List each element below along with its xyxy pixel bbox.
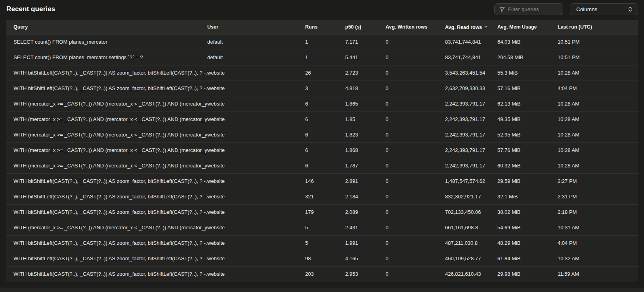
- cell-user: website: [207, 251, 305, 266]
- cell-user: website: [207, 173, 305, 189]
- column-header-p50[interactable]: p50 (s): [345, 20, 386, 34]
- column-header-label: Runs: [305, 24, 317, 30]
- column-header-runs[interactable]: Runs: [305, 20, 345, 34]
- cell-avg-mem-usage: 204.58 MiB: [497, 50, 558, 65]
- cell-query: WITH bitShiftLeft(CAST(?..), _CAST(?..))…: [6, 235, 207, 251]
- cell-avg-read-rows: 1,487,547,574.62: [445, 173, 497, 189]
- table-row[interactable]: WITH (mercator_x >= _CAST(?..)) AND (mer…: [6, 142, 638, 158]
- cell-runs: 6: [305, 127, 345, 142]
- recent-queries-table: QueryUserRunsp50 (s)Avg. Written rowsAvg…: [6, 20, 638, 282]
- cell-user: default: [207, 34, 305, 50]
- cell-avg-read-rows: 487,211,030.8: [445, 235, 497, 251]
- cell-avg-written-rows: 0: [386, 34, 445, 50]
- cell-avg-written-rows: 0: [386, 189, 445, 204]
- cell-avg-read-rows: 3,543,263,451.54: [445, 65, 497, 81]
- cell-runs: 6: [305, 142, 345, 158]
- cell-last-run-utc: 10:32 AM: [558, 251, 638, 266]
- cell-p50: 2.431: [345, 220, 386, 235]
- cell-query: WITH (mercator_x >= _CAST(?..)) AND (mer…: [6, 158, 207, 173]
- cell-query: SELECT count() FROM planes_mercator: [6, 34, 207, 50]
- cell-last-run-utc: 10:28 AM: [558, 96, 638, 111]
- cell-avg-read-rows: 2,242,393,791.17: [445, 96, 497, 111]
- filter-queries-input[interactable]: [508, 6, 558, 12]
- table-body: SELECT count() FROM planes_mercatordefau…: [6, 34, 638, 282]
- table-row[interactable]: WITH bitShiftLeft(CAST(?..), _CAST(?..))…: [6, 235, 638, 251]
- cell-avg-read-rows: 2,632,709,330.33: [445, 81, 497, 96]
- cell-p50: 2.089: [345, 204, 386, 220]
- column-header-avg-read-rows[interactable]: Avg. Read rows: [445, 20, 497, 34]
- column-header-label: User: [207, 24, 218, 30]
- cell-user: website: [207, 189, 305, 204]
- cell-query: WITH (mercator_x >= _CAST(?..)) AND (mer…: [6, 142, 207, 158]
- cell-avg-mem-usage: 62.13 MiB: [497, 96, 558, 111]
- page-title: Recent queries: [6, 5, 55, 13]
- table-row[interactable]: WITH bitShiftLeft(CAST(?..), _CAST(?..))…: [6, 173, 638, 189]
- cell-user: website: [207, 220, 305, 235]
- table-row[interactable]: SELECT count() FROM planes_mercatordefau…: [6, 34, 638, 50]
- cell-avg-written-rows: 0: [386, 142, 445, 158]
- cell-p50: 4.165: [345, 251, 386, 266]
- cell-avg-mem-usage: 60.32 MiB: [497, 158, 558, 173]
- cell-last-run-utc: 10:51 PM: [558, 50, 638, 65]
- cell-p50: 1.787: [345, 158, 386, 173]
- cell-avg-read-rows: 460,109,528.77: [445, 251, 497, 266]
- table-row[interactable]: WITH bitShiftLeft(CAST(?..), _CAST(?..))…: [6, 251, 638, 266]
- cell-query: WITH (mercator_x >= _CAST(?..)) AND (mer…: [6, 127, 207, 142]
- cell-avg-read-rows: 832,302,921.17: [445, 189, 497, 204]
- cell-p50: 1.85: [345, 111, 386, 127]
- cell-avg-written-rows: 0: [386, 111, 445, 127]
- column-header-query[interactable]: Query: [6, 20, 207, 34]
- cell-avg-written-rows: 0: [386, 158, 445, 173]
- table-row[interactable]: WITH (mercator_x >= _CAST(?..)) AND (mer…: [6, 127, 638, 142]
- cell-last-run-utc: 2:18 PM: [558, 204, 638, 220]
- cell-user: website: [207, 266, 305, 282]
- table-row[interactable]: WITH bitShiftLeft(CAST(?..), _CAST(?..))…: [6, 189, 638, 204]
- cell-avg-mem-usage: 57.76 MiB: [497, 142, 558, 158]
- cell-p50: 2.184: [345, 189, 386, 204]
- cell-runs: 3: [305, 81, 345, 96]
- column-header-avg-mem-usage[interactable]: Avg. Mem Usage: [497, 20, 558, 34]
- cell-avg-mem-usage: 52.95 MiB: [497, 127, 558, 142]
- cell-avg-written-rows: 0: [386, 50, 445, 65]
- cell-avg-read-rows: 426,821,610.43: [445, 266, 497, 282]
- table-row[interactable]: WITH bitShiftLeft(CAST(?..), _CAST(?..))…: [6, 204, 638, 220]
- table-row[interactable]: WITH bitShiftLeft(CAST(?..), _CAST(?..))…: [6, 81, 638, 96]
- cell-runs: 1: [305, 34, 345, 50]
- cell-avg-written-rows: 0: [386, 127, 445, 142]
- table-row[interactable]: WITH (mercator_x >= _CAST(?..)) AND (mer…: [6, 220, 638, 235]
- filter-queries-input-container[interactable]: [494, 3, 563, 15]
- cell-avg-read-rows: 83,741,744,841: [445, 50, 497, 65]
- table-row[interactable]: WITH (mercator_x >= _CAST(?..)) AND (mer…: [6, 111, 638, 127]
- cell-last-run-utc: 4:04 PM: [558, 235, 638, 251]
- cell-avg-mem-usage: 57.16 MiB: [497, 81, 558, 96]
- cell-avg-read-rows: 2,242,393,791.17: [445, 111, 497, 127]
- column-header-label: Avg. Mem Usage: [497, 24, 537, 30]
- table-row[interactable]: WITH (mercator_x >= _CAST(?..)) AND (mer…: [6, 96, 638, 111]
- column-header-avg-written-rows[interactable]: Avg. Written rows: [386, 20, 445, 34]
- table-row[interactable]: WITH bitShiftLeft(CAST(?..), _CAST(?..))…: [6, 266, 638, 282]
- cell-avg-mem-usage: 32.1 MiB: [497, 189, 558, 204]
- funnel-icon: [499, 6, 505, 12]
- cell-query: WITH bitShiftLeft(CAST(?..), _CAST(?..))…: [6, 189, 207, 204]
- cell-user: website: [207, 96, 305, 111]
- table-row[interactable]: SELECT count() FROM planes_mercator sett…: [6, 50, 638, 65]
- column-header-user[interactable]: User: [207, 20, 305, 34]
- cell-query: WITH bitShiftLeft(CAST(?..), _CAST(?..))…: [6, 65, 207, 81]
- cell-last-run-utc: 4:04 PM: [558, 81, 638, 96]
- table-row[interactable]: WITH (mercator_x >= _CAST(?..)) AND (mer…: [6, 158, 638, 173]
- cell-last-run-utc: 2:31 PM: [558, 189, 638, 204]
- cell-runs: 6: [305, 96, 345, 111]
- table-row[interactable]: WITH bitShiftLeft(CAST(?..), _CAST(?..))…: [6, 65, 638, 81]
- columns-dropdown[interactable]: Columns: [570, 3, 638, 15]
- cell-last-run-utc: 10:28 AM: [558, 142, 638, 158]
- cell-avg-written-rows: 0: [386, 266, 445, 282]
- cell-last-run-utc: 10:51 PM: [558, 34, 638, 50]
- cell-runs: 203: [305, 266, 345, 282]
- column-header-label: p50 (s): [345, 24, 361, 30]
- cell-avg-read-rows: 702,133,450.06: [445, 204, 497, 220]
- column-header-last-run-utc[interactable]: Last run (UTC): [558, 20, 638, 34]
- cell-avg-mem-usage: 64.03 MiB: [497, 34, 558, 50]
- cell-query: WITH bitShiftLeft(CAST(?..), _CAST(?..))…: [6, 173, 207, 189]
- cell-p50: 2.723: [345, 65, 386, 81]
- cell-avg-written-rows: 0: [386, 220, 445, 235]
